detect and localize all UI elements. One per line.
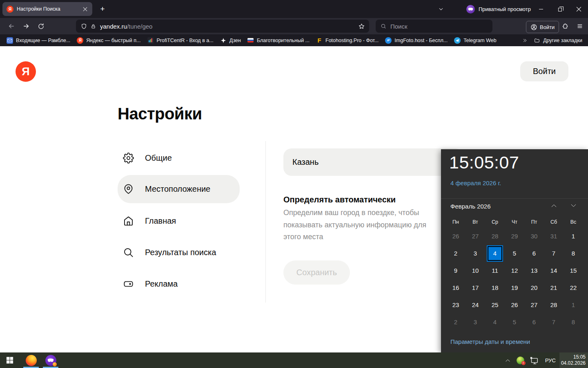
calendar-day[interactable]: 8 [564, 245, 583, 262]
calendar-day[interactable]: 31 [544, 228, 564, 245]
bookmark-item[interactable]: Telegram Web [451, 36, 499, 45]
taskbar-firefox-private-button[interactable] [42, 352, 59, 368]
toolbar-search[interactable] [376, 20, 492, 33]
calendar-day[interactable]: 2 [446, 314, 466, 331]
calendar-day[interactable]: 10 [466, 262, 485, 279]
new-tab-button[interactable]: + [96, 3, 109, 15]
calendar-day[interactable]: 4 [485, 314, 505, 331]
sidebar-item-location[interactable]: Местоположение [118, 175, 240, 203]
calendar-day[interactable]: 27 [466, 228, 485, 245]
screen: { "browser": { "tab": { "title": "Настро… [0, 0, 588, 368]
taskbar-clock[interactable]: 15:05 04.02.2026 [559, 352, 588, 368]
chart-favicon [147, 37, 154, 44]
calendar-day[interactable]: 11 [485, 262, 505, 279]
other-bookmarks-button[interactable]: Другие закладки [530, 38, 584, 43]
calendar-day[interactable]: 1 [564, 228, 583, 245]
calendar-day-selected[interactable]: 4 [485, 245, 505, 262]
back-button[interactable] [5, 20, 18, 33]
bookmarks-overflow-chevron-icon[interactable] [519, 36, 530, 45]
bookmark-item[interactable]: FFotohosting.Pro - Фот... [313, 36, 382, 45]
reload-button[interactable] [34, 20, 47, 33]
calendar-day[interactable]: 28 [485, 228, 505, 245]
page-signin-button[interactable]: Войти [520, 61, 568, 81]
search-input[interactable] [390, 23, 480, 30]
calendar-day[interactable]: 21 [544, 279, 564, 296]
window-minimize-button[interactable] [532, 0, 550, 18]
calendar-day[interactable]: 24 [466, 296, 485, 314]
tray-show-hidden-chevron-icon[interactable] [501, 352, 514, 368]
firefox-signin-button[interactable]: Войти [526, 21, 559, 33]
calendar-day[interactable]: 2 [446, 245, 466, 262]
yandex-logo[interactable]: Я [16, 61, 36, 82]
network-tray-icon[interactable] [527, 352, 541, 368]
calendar-day[interactable]: 3 [466, 314, 485, 331]
save-button[interactable]: Сохранить [283, 260, 350, 285]
calendar-day[interactable]: 8 [564, 314, 583, 331]
bookmark-item[interactable]: Дзен [217, 36, 244, 45]
signin-label: Войти [540, 24, 555, 30]
auto-detect-heading: Определять автоматически [283, 195, 396, 204]
search-icon [381, 23, 386, 29]
clock-date-link[interactable]: 4 февраля 2026 г. [450, 180, 501, 186]
calendar-day[interactable]: 20 [524, 279, 544, 296]
calendar-day[interactable]: 15 [564, 262, 583, 279]
calendar-day[interactable]: 7 [544, 314, 564, 331]
calendar-day[interactable]: 26 [446, 228, 466, 245]
calendar-day[interactable]: 14 [544, 262, 564, 279]
forward-button[interactable] [20, 20, 33, 33]
city-input[interactable] [283, 148, 463, 176]
calendar-next-month-chevron-icon[interactable] [565, 200, 581, 211]
calendar-day[interactable]: 17 [466, 279, 485, 296]
calendar-day[interactable]: 18 [485, 279, 505, 296]
sidebar-item-home[interactable]: Главная [118, 212, 240, 230]
calendar-day[interactable]: 16 [446, 279, 466, 296]
bookmark-item[interactable]: Благотворительный ... [244, 36, 313, 45]
date-time-settings-link[interactable]: Параметры даты и времени [450, 338, 530, 345]
bookmark-label: Дзен [229, 38, 241, 43]
lock-icon[interactable] [91, 23, 96, 29]
calendar-day[interactable]: 26 [505, 296, 524, 314]
calendar-prev-month-chevron-icon[interactable] [546, 200, 562, 211]
calendar-day[interactable]: 29 [505, 228, 524, 245]
bookmark-label: Telegram Web [463, 38, 496, 43]
bookmark-item[interactable]: iFImgFoto.host - Беспл... [382, 36, 451, 45]
sidebar-item-ads[interactable]: Реклама [118, 275, 240, 293]
antivirus-tray-icon[interactable]: ! [514, 352, 527, 368]
calendar-day[interactable]: 30 [524, 228, 544, 245]
bookmark-item[interactable]: ProfiTCentR - Вход в а... [144, 36, 217, 45]
bookmark-star-icon[interactable] [358, 23, 365, 30]
browser-tab[interactable]: Я Настройки Поиска [2, 2, 92, 16]
sidebar-item-general[interactable]: Общие [118, 149, 240, 167]
taskbar-firefox-button[interactable] [23, 352, 39, 368]
language-indicator[interactable]: РУС [541, 352, 559, 368]
shield-icon[interactable] [81, 23, 87, 30]
tab-close-icon[interactable] [81, 5, 89, 13]
calendar-day[interactable]: 25 [485, 296, 505, 314]
calendar-day[interactable]: 27 [524, 296, 544, 314]
calendar-day[interactable]: 23 [446, 296, 466, 314]
calendar-day[interactable]: 22 [564, 279, 583, 296]
sidebar-item-results[interactable]: Результаты поиска [118, 243, 240, 261]
start-button[interactable] [0, 352, 20, 368]
menu-hamburger-icon[interactable] [573, 20, 586, 33]
calendar-day[interactable]: 1 [564, 296, 583, 314]
calendar-day[interactable]: 5 [505, 314, 524, 331]
calendar-day[interactable]: 9 [446, 262, 466, 279]
address-bar[interactable]: yandex.ru/tune/geo [76, 20, 369, 33]
calendar-day[interactable]: 5 [505, 245, 524, 262]
window-close-button[interactable] [569, 0, 588, 18]
window-restore-button[interactable] [550, 0, 569, 18]
extensions-puzzle-icon[interactable] [559, 20, 572, 33]
bookmark-item[interactable]: Входящие — Рамбле... [3, 36, 74, 45]
bookmark-label: ImgFoto.host - Беспл... [394, 38, 448, 43]
tab-list-chevron-icon[interactable] [434, 2, 448, 16]
calendar-day[interactable]: 28 [544, 296, 564, 314]
bookmark-item[interactable]: ЯЯндекс — быстрый п... [74, 36, 144, 45]
calendar-day[interactable]: 6 [524, 314, 544, 331]
calendar-day[interactable]: 13 [524, 262, 544, 279]
calendar-day[interactable]: 3 [466, 245, 485, 262]
calendar-day[interactable]: 6 [524, 245, 544, 262]
calendar-day[interactable]: 7 [544, 245, 564, 262]
calendar-day[interactable]: 12 [505, 262, 524, 279]
calendar-day[interactable]: 19 [505, 279, 524, 296]
